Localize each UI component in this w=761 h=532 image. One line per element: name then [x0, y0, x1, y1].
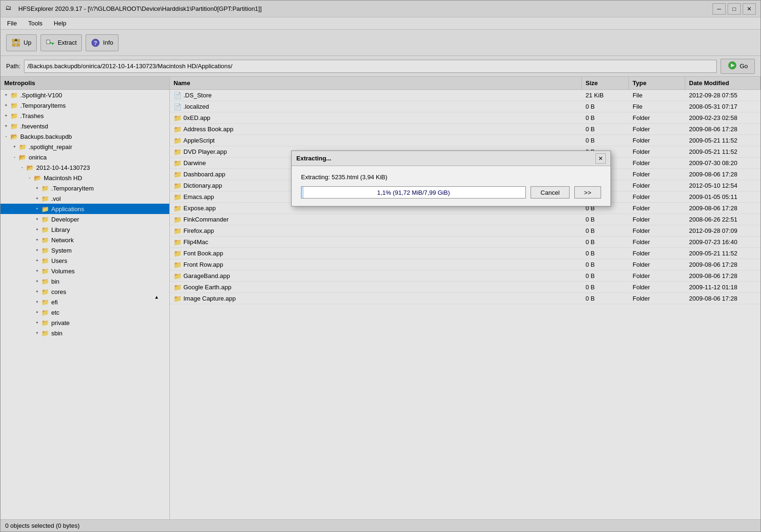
modal-close-button[interactable]: ✕	[595, 153, 606, 164]
modal-title: Extracting...	[296, 155, 331, 162]
modal-title-bar: Extracting... ✕	[292, 151, 610, 166]
progress-bar-text: 1,1% (91,72 MiB/7,99 GiB)	[301, 187, 525, 198]
modal-body: Extracting: 5235.html (3,94 KiB) 1,1% (9…	[292, 166, 610, 206]
extracting-dialog: Extracting... ✕ Extracting: 5235.html (3…	[291, 151, 611, 206]
details-button[interactable]: >>	[574, 186, 601, 199]
modal-progress-row: 1,1% (91,72 MiB/7,99 GiB) Cancel >>	[301, 186, 601, 199]
modal-overlay: Extracting... ✕ Extracting: 5235.html (3…	[0, 0, 761, 532]
cancel-button[interactable]: Cancel	[531, 186, 569, 199]
modal-status-text: Extracting: 5235.html (3,94 KiB)	[301, 174, 601, 181]
progress-bar: 1,1% (91,72 MiB/7,99 GiB)	[301, 186, 526, 199]
